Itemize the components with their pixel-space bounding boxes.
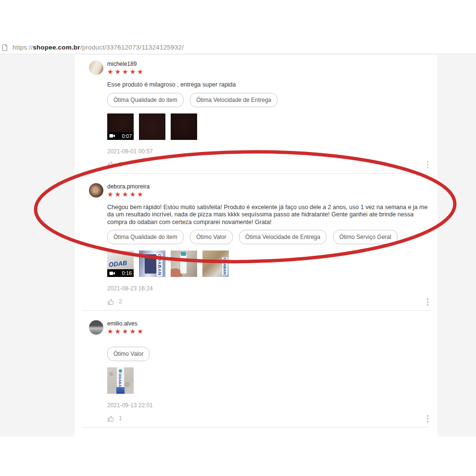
video-duration: 0:16 [122,270,132,276]
review-video-thumbnail[interactable]: ODAB 0:16 [107,251,134,277]
review-tag: Ótimo Serviço Geral [333,230,398,244]
product-label: ODAB [108,259,127,268]
like-button[interactable] [107,415,114,422]
review-username[interactable]: michele189 [107,61,430,67]
more-options-button[interactable] [426,298,429,306]
review-actions: 1 [107,414,430,422]
review-tags: Ótima Qualidade do item Ótimo Valor Ótim… [107,230,430,244]
avatar[interactable] [89,320,103,335]
review-tag: Ótima Velocidade de Entrega [239,230,326,244]
review-item-emilio-alves: emilio.alves ★★★★★ Ótimo Valor ODABAN 20… [75,311,438,427]
review-actions: 1 [107,161,430,168]
like-count: 1 [119,161,122,168]
review-image-thumbnail[interactable]: ODABAN [107,367,134,394]
video-duration-bar: 0:16 [107,269,134,277]
url-text: https://shopee.com.br/product/337612073/… [13,44,184,51]
camcorder-icon [109,271,115,276]
video-duration-bar: 0:07 [107,132,134,140]
thumbs-up-icon [107,161,114,168]
bottle-cap-graphic [181,252,186,256]
bottle-graphic [180,253,187,274]
review-tag: Ótima Qualidade do item [107,93,184,107]
product-label: ODABAN [222,257,227,275]
review-image-thumbnail[interactable]: ODABAN [139,251,165,277]
review-item-debora-pmoreira: debora.pmoreira ★★★★★ Chegou bem rápido!… [75,174,438,311]
star-rating: ★★★★★ [107,68,430,75]
star-rating: ★★★★★ [107,190,430,198]
more-options-button[interactable] [426,414,429,423]
review-media-row: ODABAN [107,367,430,394]
page-background: michele189 ★★★★★ Esse produto é milagros… [0,55,476,437]
review-username[interactable]: emilio.alves [107,320,430,327]
review-tag: Ótima Velocidade de Entrega [190,93,277,107]
address-bar[interactable]: https://shopee.com.br/product/337612073/… [0,41,476,54]
url-domain: shopee.com.br [33,44,80,51]
review-image-thumbnail[interactable] [139,113,165,140]
review-username[interactable]: debora.pmoreira [107,183,430,190]
review-date: 2021-08-23 16:24 [107,285,430,292]
avatar[interactable] [89,183,103,198]
like-button[interactable] [107,298,114,305]
camcorder-icon [109,134,115,138]
thumbs-up-icon [107,415,114,422]
url-path: /product/337612073/11324125932/ [80,44,184,51]
review-tag: Ótimo Valor [107,347,150,361]
review-image-thumbnail[interactable]: ODABAN [202,251,229,277]
review-actions: 2 [107,298,430,305]
more-options-button[interactable] [426,161,429,169]
like-button[interactable] [107,161,114,168]
review-tags: Ótima Qualidade do item Ótima Velocidade… [107,93,430,107]
review-item-mariaeduardacardosoborges: mariaeduardacardosoborges ★★★★★ [75,427,438,437]
review-video-thumbnail[interactable]: 0:07 [107,113,134,140]
review-text: Esse produto é milagroso , entrega super… [107,81,430,89]
review-tags: Ótimo Valor [107,347,430,361]
avatar[interactable] [89,61,103,75]
review-tag: Ótima Qualidade do item [107,230,184,244]
review-item-michele189: michele189 ★★★★★ Esse produto é milagros… [75,55,438,174]
star-rating: ★★★★★ [107,327,430,335]
review-media-row: 0:07 [107,113,430,140]
product-label: ODABAN [118,374,122,390]
review-image-thumbnail[interactable] [171,113,197,140]
review-date: 2021-09-01 00:57 [107,148,430,155]
like-count: 1 [119,415,122,422]
page-icon [1,44,8,51]
like-count: 2 [119,298,122,305]
review-tag: Ótimo Valor [190,230,232,244]
url-scheme: https:// [13,44,33,51]
review-image-thumbnail[interactable] [171,251,197,277]
product-label: ODABAN [157,253,163,276]
review-text: Chegou bem rápido! Estou muito satisfeit… [107,204,430,226]
review-media-row: ODAB 0:16 ODABAN [107,251,430,277]
thumbs-up-icon [107,298,114,305]
tube-logo-dot [119,369,122,373]
product-card-graphic [145,254,156,274]
browser-window: https://shopee.com.br/product/337612073/… [0,0,476,476]
reviews-panel: michele189 ★★★★★ Esse produto é milagros… [75,55,438,437]
review-date: 2021-09-13 22:01 [107,402,430,409]
video-duration: 0:07 [122,133,132,139]
